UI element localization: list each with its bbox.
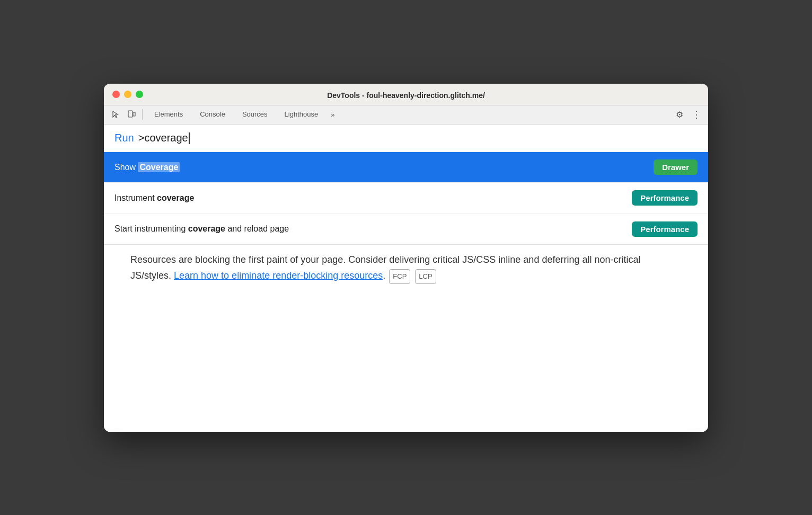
link-suffix: . [383, 270, 385, 281]
toolbar-tabs: Elements Console Sources Lighthouse » [146, 107, 408, 122]
settings-icon[interactable]: ⚙ [672, 107, 687, 122]
command-input-value: >coverage [138, 132, 188, 144]
suggestion-instrument-coverage[interactable]: Instrument coverage Performance [104, 183, 708, 214]
title-bar: DevTools - foul-heavenly-direction.glitc… [104, 84, 708, 105]
maximize-button[interactable] [136, 91, 143, 98]
main-area: Run >coverage Show Coverage Drawer [104, 125, 708, 432]
command-input-row[interactable]: Run >coverage [104, 125, 708, 153]
suggestion-text-show-coverage: Show Coverage [114, 163, 180, 172]
command-input-text: >coverage [138, 132, 190, 145]
device-icon[interactable] [124, 107, 139, 122]
close-button[interactable] [112, 91, 120, 98]
command-palette: Run >coverage Show Coverage Drawer [104, 125, 708, 245]
suggestion-text-instrument-coverage: Instrument coverage [114, 193, 194, 203]
cursor-icon[interactable] [108, 107, 123, 122]
suggestion-prefix-2: Instrument [114, 193, 157, 202]
minimize-button[interactable] [124, 91, 131, 98]
tag-fcp: FCP [389, 269, 410, 284]
toolbar-actions: ⚙ ⋮ [672, 107, 704, 122]
badge-drawer[interactable]: Drawer [654, 159, 698, 175]
badge-performance-1[interactable]: Performance [632, 190, 698, 206]
window-title: DevTools - foul-heavenly-direction.glitc… [327, 91, 485, 100]
learn-more-link[interactable]: Learn how to eliminate render-blocking r… [174, 270, 383, 281]
badge-performance-2[interactable]: Performance [632, 221, 698, 237]
tab-console[interactable]: Console [191, 107, 234, 122]
suggestion-prefix-1: Show [114, 163, 138, 172]
text-cursor [189, 132, 190, 144]
svg-rect-0 [128, 111, 133, 117]
suggestion-show-coverage[interactable]: Show Coverage Drawer [104, 152, 708, 183]
traffic-lights [112, 91, 143, 98]
page-text: Resources are blocking the first paint o… [130, 252, 682, 285]
tag-lcp: LCP [415, 269, 436, 284]
menu-icon[interactable]: ⋮ [689, 107, 704, 122]
suggestion-text-start-instrument: Start instrumenting coverage and reload … [114, 224, 289, 234]
suggestion-prefix-3: Start instrumenting [114, 224, 188, 233]
run-label: Run [114, 132, 134, 144]
suggestion-highlight-2: coverage [157, 193, 194, 202]
more-tabs-button[interactable]: » [326, 111, 339, 119]
tab-sources[interactable]: Sources [234, 107, 276, 122]
devtools-content: Elements Console Sources Lighthouse » ⚙ … [104, 105, 708, 432]
suggestion-highlight-1: Coverage [138, 162, 180, 172]
suggestion-suffix-3: and reload page [225, 224, 289, 233]
toolbar-divider [142, 109, 143, 120]
suggestion-start-instrument-coverage[interactable]: Start instrumenting coverage and reload … [104, 214, 708, 244]
tab-elements[interactable]: Elements [146, 107, 191, 122]
suggestion-highlight-3: coverage [188, 224, 225, 233]
toolbar: Elements Console Sources Lighthouse » ⚙ … [104, 105, 708, 125]
tab-lighthouse[interactable]: Lighthouse [276, 107, 327, 122]
svg-rect-1 [133, 112, 135, 116]
devtools-window: DevTools - foul-heavenly-direction.glitc… [104, 84, 708, 432]
suggestion-list: Show Coverage Drawer Instrument coverage… [104, 152, 708, 244]
